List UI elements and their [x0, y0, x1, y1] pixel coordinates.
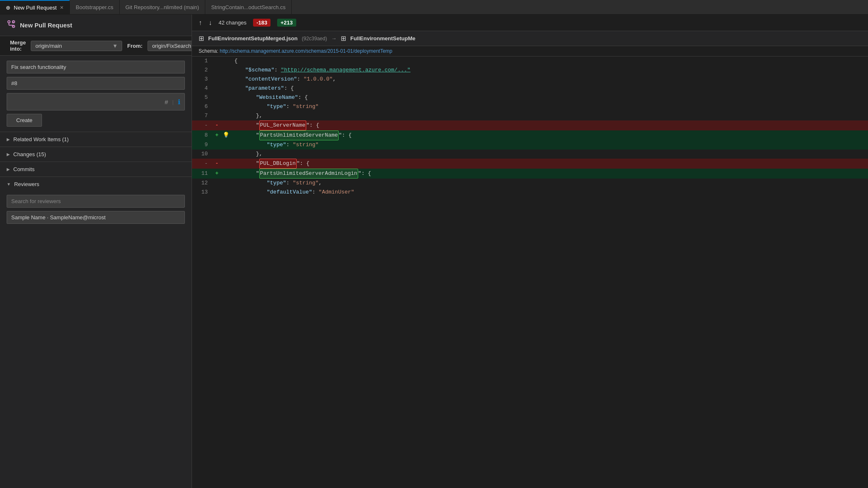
section-changes: ▶ Changes (15): [0, 147, 192, 162]
line-sign: [213, 93, 221, 102]
commits-label: Commits: [13, 166, 34, 172]
line-sign: -: [213, 159, 221, 169]
file-arrow: →: [331, 35, 337, 42]
file-name: FullEnvironmentSetupMerged.json: [208, 35, 298, 42]
line-content: "contentVersion": "1.0.0.0",: [231, 75, 868, 84]
code-line-12: 12 "type": "string",: [192, 179, 868, 188]
lightbulb-icon: 💡: [221, 130, 231, 140]
schema-url[interactable]: http://schema.management.azure.com/schem…: [220, 48, 393, 54]
tab-git-repo[interactable]: Git Repository...nlimited (main): [120, 0, 205, 14]
code-line-1: 1 {: [192, 56, 868, 66]
code-line-removed-server: - - "PUL_ServerName": {: [192, 120, 868, 130]
line-sign: [213, 150, 221, 159]
line-sign: -: [213, 120, 221, 130]
create-button[interactable]: Create: [7, 114, 42, 127]
merge-into-dropdown[interactable]: origin/main ▼: [31, 41, 122, 51]
code-view[interactable]: 1 { 2 "$schema": "http://schema.manageme…: [192, 56, 868, 488]
pr-icon: [7, 20, 16, 31]
section-reviewers-header[interactable]: ▼ Reviewers: [0, 177, 192, 191]
reviewers-label: Reviewers: [14, 181, 39, 187]
hash-icon: #: [165, 98, 168, 105]
added-badge: +213: [277, 19, 296, 27]
merge-into-label: Merge into:: [10, 39, 26, 52]
line-sign: [213, 75, 221, 84]
changes-arrow-icon: ▶: [7, 152, 10, 157]
pr-id-input[interactable]: [7, 77, 185, 90]
tab-bootstrapper[interactable]: Bootstrapper.cs: [70, 0, 119, 14]
from-label: From:: [127, 43, 143, 49]
line-content: "WebsiteName": {: [231, 93, 868, 102]
code-line-4: 4 "parameters": {: [192, 84, 868, 93]
line-content: "PUL_ServerName": {: [231, 120, 868, 130]
merge-into-branch: origin/main: [35, 43, 62, 49]
separator: |: [172, 99, 174, 105]
pr-header-title: New Pull Request: [20, 22, 72, 29]
main-layout: New Pull Request Merge into: origin/main…: [0, 15, 868, 488]
line-icon: [221, 140, 231, 150]
line-icon: [221, 102, 231, 111]
line-icon: [221, 75, 231, 84]
from-branch-dropdown[interactable]: origin/FixSearchFunctionality ▼: [148, 41, 192, 51]
code-line-added-server: 8 + 💡 "PartsUnlimitedServerName": {: [192, 130, 868, 140]
related-label: Related Work Items (1): [13, 136, 69, 142]
code-line-5: 5 "WebsiteName": {: [192, 93, 868, 102]
line-content: },: [231, 150, 868, 159]
reviewer-item[interactable]: Sample Name · SampleName@microst: [7, 211, 185, 224]
tab-bar: ⊕ New Pull Request ✕ Bootstrapper.cs Git…: [0, 0, 868, 15]
code-line-13: 13 "defaultValue": "AdminUser": [192, 188, 868, 197]
reviewers-content: Sample Name · SampleName@microst: [0, 191, 192, 231]
pr-form: # | ℹ Create: [0, 56, 192, 132]
line-icon: [221, 150, 231, 159]
info-icon[interactable]: ℹ: [178, 98, 180, 106]
from-branch: origin/FixSearchFunctionality: [152, 43, 192, 49]
changes-label: Changes (15): [13, 151, 46, 157]
code-line-7: 7 },: [192, 111, 868, 120]
code-line-added-adminlogin: 11 + "PartsUnlimitedServerAdminLogin": {: [192, 169, 868, 179]
next-change-button[interactable]: ↓: [209, 19, 212, 27]
line-icon: [221, 120, 231, 130]
line-content: {: [231, 56, 868, 66]
file-icon-left: ⊞: [199, 34, 204, 42]
line-number: 3: [192, 75, 213, 84]
section-related-work-items: ▶ Related Work Items (1): [0, 132, 192, 147]
code-line-9: 9 "type": "string": [192, 140, 868, 150]
line-number: 8: [192, 130, 213, 140]
tab-new-pull-request[interactable]: ⊕ New Pull Request ✕: [0, 0, 70, 14]
prev-change-button[interactable]: ↑: [199, 19, 202, 27]
line-icon: [221, 111, 231, 120]
removed-badge: -183: [253, 19, 270, 27]
line-number: 13: [192, 188, 213, 197]
line-number: 9: [192, 140, 213, 150]
line-icon: [221, 56, 231, 66]
reviewer-search-input[interactable]: [7, 195, 185, 208]
schema-label: Schema:: [199, 48, 218, 54]
line-sign: [213, 84, 221, 93]
pr-description-area[interactable]: # | ℹ: [7, 93, 185, 110]
merge-into-arrow: ▼: [112, 43, 118, 49]
line-sign: +: [213, 130, 221, 140]
line-icon: [221, 66, 231, 75]
line-icon: [221, 159, 231, 169]
file-header: ⊞ FullEnvironmentSetupMerged.json (92c39…: [192, 31, 868, 46]
pr-title-input[interactable]: [7, 61, 185, 74]
line-content: "type": "string": [231, 102, 868, 111]
tab-close-icon[interactable]: ✕: [60, 5, 64, 10]
related-arrow-icon: ▶: [7, 137, 10, 142]
section-changes-header[interactable]: ▶ Changes (15): [0, 147, 192, 162]
tab-string-contain[interactable]: StringContain...oductSearch.cs: [205, 0, 292, 14]
code-line-10: 10 },: [192, 150, 868, 159]
tab-label: StringContain...oductSearch.cs: [211, 4, 285, 10]
section-related-header[interactable]: ▶ Related Work Items (1): [0, 132, 192, 147]
line-number: 10: [192, 150, 213, 159]
section-commits-header[interactable]: ▶ Commits: [0, 162, 192, 177]
line-number: 7: [192, 111, 213, 120]
merge-from-bar: Merge into: origin/main ▼ From: origin/F…: [0, 36, 192, 56]
line-number: -: [192, 120, 213, 130]
line-number: -: [192, 159, 213, 169]
svg-point-0: [8, 21, 10, 23]
code-line-6: 6 "type": "string": [192, 102, 868, 111]
code-line-removed-dblogin: - - "PUL_DBLogin": {: [192, 159, 868, 169]
line-sign: [213, 179, 221, 188]
file-icon-right: ⊞: [341, 34, 346, 42]
line-content: "PUL_DBLogin": {: [231, 159, 868, 169]
